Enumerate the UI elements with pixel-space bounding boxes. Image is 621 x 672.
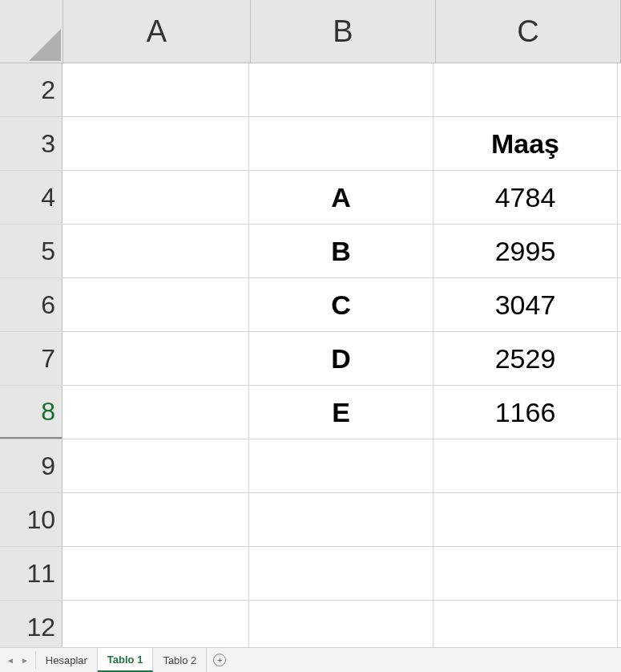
cell-B11[interactable] (249, 547, 433, 600)
cell-C7[interactable]: 2529 (433, 332, 618, 385)
cell-C6[interactable]: 3047 (433, 278, 618, 331)
tab-nav: ◄ ► (0, 648, 35, 672)
row-header-3[interactable]: 3 (0, 117, 63, 170)
row-header-2[interactable]: 2 (0, 63, 63, 116)
row-7: 7 D 2529 (0, 332, 621, 386)
row-header-7[interactable]: 7 (0, 332, 63, 385)
cell-B8[interactable]: E (249, 386, 433, 439)
cell-C8[interactable]: 1166 (433, 386, 618, 439)
cell-C3[interactable]: Maaş (433, 117, 618, 170)
row-4: 4 A 4784 (0, 171, 621, 225)
row-3: 3 Maaş (0, 117, 621, 171)
tab-tablo-1[interactable]: Tablo 1 (98, 648, 154, 672)
cell-B4[interactable]: A (249, 171, 433, 224)
tab-nav-next-icon[interactable]: ► (19, 656, 30, 665)
column-header-C[interactable]: C (436, 0, 621, 63)
row-header-11[interactable]: 11 (0, 547, 63, 600)
select-all-triangle-icon (29, 29, 61, 61)
row-header-4[interactable]: 4 (0, 171, 63, 224)
cell-B10[interactable] (249, 493, 433, 546)
cell-B12[interactable] (249, 601, 433, 654)
row-12: 12 (0, 601, 621, 654)
row-header-12[interactable]: 12 (0, 601, 63, 654)
cell-B3[interactable] (249, 117, 433, 170)
cell-A3[interactable] (63, 117, 249, 170)
cell-B5[interactable]: B (249, 225, 433, 277)
row-header-8[interactable]: 8 (0, 386, 63, 439)
row-8: 8 E 1166 (0, 386, 621, 439)
cell-A4[interactable] (63, 171, 249, 224)
row-2: 2 (0, 63, 621, 117)
cell-B7[interactable]: D (249, 332, 433, 385)
tab-add-button[interactable]: + (207, 648, 232, 672)
sheet-tab-bar: ◄ ► Hesaplar Tablo 1 Tablo 2 + (0, 647, 621, 672)
cell-C10[interactable] (433, 493, 618, 546)
plus-icon: + (213, 654, 226, 666)
row-6: 6 C 3047 (0, 278, 621, 332)
cell-A5[interactable] (63, 225, 249, 277)
svg-marker-0 (29, 29, 61, 61)
select-all-corner[interactable] (0, 0, 63, 63)
tab-hesaplar[interactable]: Hesaplar (36, 648, 98, 672)
cell-A12[interactable] (63, 601, 249, 654)
cell-C11[interactable] (433, 547, 618, 600)
cell-B2[interactable] (249, 63, 433, 116)
row-5: 5 B 2995 (0, 225, 621, 278)
cell-C4[interactable]: 4784 (433, 171, 618, 224)
row-header-5[interactable]: 5 (0, 225, 63, 277)
cell-C9[interactable] (433, 439, 618, 492)
cell-B9[interactable] (249, 439, 433, 492)
row-header-6[interactable]: 6 (0, 278, 63, 331)
column-headers-row: A B C (0, 0, 621, 63)
cell-C12[interactable] (433, 601, 618, 654)
cell-C2[interactable] (433, 63, 618, 116)
row-header-9[interactable]: 9 (0, 439, 63, 492)
column-header-A[interactable]: A (63, 0, 251, 63)
row-header-10[interactable]: 10 (0, 493, 63, 546)
cell-A10[interactable] (63, 493, 249, 546)
tab-nav-prev-icon[interactable]: ◄ (5, 656, 16, 665)
cell-A11[interactable] (63, 547, 249, 600)
tab-tablo-2[interactable]: Tablo 2 (153, 648, 207, 672)
row-9: 9 (0, 439, 621, 493)
cell-A8[interactable] (63, 386, 249, 439)
cell-B6[interactable]: C (249, 278, 433, 331)
spreadsheet-grid: A B C 2 3 Maaş 4 A 4784 5 B 2995 6 C 304… (0, 0, 621, 648)
cell-A7[interactable] (63, 332, 249, 385)
cell-C5[interactable]: 2995 (433, 225, 618, 277)
cell-A2[interactable] (63, 63, 249, 116)
cell-A9[interactable] (63, 439, 249, 492)
cell-A6[interactable] (63, 278, 249, 331)
row-10: 10 (0, 493, 621, 547)
row-11: 11 (0, 547, 621, 601)
column-header-B[interactable]: B (251, 0, 436, 63)
